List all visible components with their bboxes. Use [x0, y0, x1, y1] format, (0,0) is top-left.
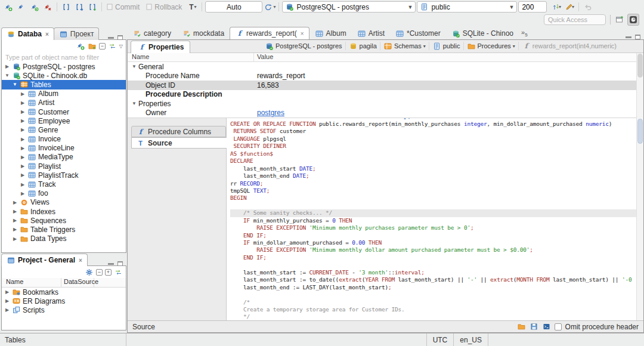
fetch-size-sync-button[interactable]: ▾	[550, 1, 562, 13]
tab-properties[interactable]: fProperties	[131, 41, 190, 53]
editor-page-tab-procedure-columns[interactable]: fProcedure Columns	[131, 126, 226, 137]
tree-item-scripts[interactable]: ▶Scripts	[2, 305, 126, 314]
schema-selector[interactable]: public▼	[417, 1, 517, 13]
expand-arrow-icon[interactable]: ▶	[20, 163, 26, 169]
expand-arrow-icon[interactable]: ▶	[12, 236, 18, 242]
scrollbar-thumb[interactable]	[637, 54, 643, 78]
property-row-properties[interactable]: ▼Properties	[128, 99, 636, 109]
result-set-size-input[interactable]	[518, 1, 547, 13]
expand-arrow-icon[interactable]: ▶	[20, 155, 26, 160]
tree-item-album[interactable]: ▶Album	[2, 89, 126, 98]
collapse-arrow-icon[interactable]: ▼	[4, 73, 10, 78]
expand-arrow-icon[interactable]: ▶	[12, 200, 18, 205]
minimize-icon[interactable]	[108, 263, 114, 265]
new-connection-plug-icon[interactable]	[76, 42, 85, 50]
expand-arrow-icon[interactable]: ▶	[12, 209, 18, 214]
tree-item-postgresql-postgres[interactable]: ▶PostgreSQL - postgres	[2, 62, 126, 71]
status-timezone[interactable]: UTC	[426, 333, 454, 346]
property-row-owner[interactable]: Ownerpostgres	[128, 109, 636, 118]
expand-arrow-icon[interactable]: ▶	[20, 182, 26, 187]
collapse-arrow-icon[interactable]: ▼	[12, 82, 18, 87]
editor-tab-sqlite-chinoo[interactable]: SQLite - Chinoo	[446, 27, 519, 39]
column-name[interactable]: Name	[128, 53, 254, 61]
tree-item-employee[interactable]: ▶Employee	[2, 116, 126, 125]
tree-item-data-types[interactable]: ▶Data Types	[2, 234, 126, 243]
editor-tab-category[interactable]: category	[127, 27, 177, 39]
minimize-icon[interactable]	[626, 36, 631, 38]
undo-button[interactable]	[582, 1, 594, 13]
disconnect-plug-button[interactable]	[42, 1, 54, 13]
recent-sql-editor-button[interactable]	[73, 1, 85, 13]
expand-arrow-icon[interactable]: ▶	[20, 109, 26, 115]
collapse-all-icon[interactable]: −	[96, 269, 103, 276]
tree-item-playlisttrack[interactable]: ▶PlaylistTrack	[2, 171, 126, 180]
editor-tab-artist[interactable]: Artist	[352, 27, 390, 39]
properties-scrollbar[interactable]	[636, 53, 643, 118]
new-connection-plug-button[interactable]	[2, 1, 14, 13]
rollback-button[interactable]: Rollback	[144, 1, 182, 13]
source-editor[interactable]: ▲▼ CREATE OR REPLACE FUNCTION public.rew…	[227, 118, 636, 320]
editor-tab-rewards-report[interactable]: frewards_report(×	[230, 27, 309, 39]
collapse-arrow-icon[interactable]: ▼	[132, 101, 137, 106]
close-icon[interactable]: ×	[45, 31, 49, 38]
editor-tab-customer[interactable]: *Customer	[390, 27, 446, 39]
hidden-tabs-button[interactable]: »5	[519, 29, 530, 38]
property-row-procedure-description[interactable]: Procedure Description	[128, 90, 636, 100]
breadcrumb-item-procedures[interactable]: Procedures▾	[464, 42, 518, 50]
tab-database-navigator[interactable]: Databa×	[1, 27, 54, 40]
expand-arrow-icon[interactable]: ▶	[12, 218, 18, 223]
brush-button[interactable]: ▾	[564, 1, 575, 13]
object-filter-input[interactable]	[2, 52, 126, 62]
tree-item-sequences[interactable]: ▶Sequences	[2, 216, 126, 225]
expand-arrow-icon[interactable]: ▶	[20, 191, 26, 196]
tree-item-mediatype[interactable]: ▶MediaType	[2, 153, 126, 162]
new-folder-icon[interactable]	[88, 42, 97, 50]
link-with-editor-icon[interactable]	[108, 42, 117, 50]
omit-procedure-header-checkbox[interactable]	[555, 323, 562, 330]
property-row-object-id[interactable]: Object ID16,583	[128, 81, 636, 90]
expand-arrow-icon[interactable]: ▶	[4, 307, 10, 313]
breadcrumb-item-public[interactable]: public	[429, 42, 463, 50]
property-value[interactable]: 16,583	[254, 81, 636, 89]
tree-item-tables[interactable]: ▼Tables	[2, 80, 126, 89]
gear-icon[interactable]	[85, 268, 94, 276]
editor-page-tab-source[interactable]: TSource	[131, 137, 227, 149]
sql-editor-button[interactable]	[60, 1, 72, 13]
tree-item-invoiceline[interactable]: ▶InvoiceLine	[2, 144, 126, 153]
quick-access-input[interactable]	[544, 14, 606, 25]
save-to-file-icon[interactable]	[530, 323, 538, 331]
editor-tab-mockdata[interactable]: mockdata	[177, 27, 230, 39]
property-row-general[interactable]: ▼General	[128, 62, 636, 72]
tree-item-track[interactable]: ▶Track	[2, 180, 126, 189]
open-perspective-button[interactable]	[614, 14, 626, 26]
maximize-icon[interactable]	[117, 35, 123, 40]
expand-arrow-icon[interactable]: ▶	[20, 100, 26, 106]
expand-all-icon[interactable]: +	[105, 269, 112, 276]
connection-selector[interactable]: PostgreSQL - postgres▼	[282, 1, 416, 13]
collapse-all-icon[interactable]: −	[99, 43, 106, 50]
property-value[interactable]: postgres	[254, 109, 636, 117]
tree-item-invoice[interactable]: ▶Invoice	[2, 135, 126, 144]
source-scrollbar[interactable]	[636, 118, 643, 320]
tree-item-bookmarks[interactable]: ▶Bookmarks	[2, 288, 126, 296]
tree-item-genre[interactable]: ▶Genre	[2, 125, 126, 134]
column-name[interactable]: Name	[2, 278, 61, 287]
tree-item-artist[interactable]: ▶Artist	[2, 98, 126, 107]
scrollbar-thumb[interactable]	[637, 119, 643, 144]
expand-arrow-icon[interactable]: ▶	[4, 64, 10, 69]
breadcrumb-item-schemas[interactable]: Schemas▾	[380, 42, 429, 50]
tree-item-sqlite-chinook-db[interactable]: ▼SQLite - Chinook.db	[2, 71, 126, 80]
open-in-sql-console-icon[interactable]	[542, 323, 551, 331]
status-locale[interactable]: en_US	[453, 333, 488, 346]
tab-project-general[interactable]: Project - General×	[1, 254, 88, 266]
breadcrumb-item-postgresql-postgres[interactable]: PostgreSQL - postgres	[262, 42, 345, 50]
breadcrumb-item-pagila[interactable]: pagila	[346, 42, 380, 50]
tree-item-foo[interactable]: ▶foo	[2, 189, 126, 198]
expand-arrow-icon[interactable]: ▶	[12, 227, 18, 232]
transaction-log-button[interactable]: T▾	[187, 1, 199, 13]
editor-tab-album[interactable]: Album	[309, 27, 352, 39]
load-from-file-icon[interactable]	[517, 323, 526, 331]
expand-arrow-icon[interactable]: ▶	[20, 146, 26, 151]
property-row-procedure-name[interactable]: Procedure Namerewards_report	[128, 72, 636, 81]
minimize-icon[interactable]	[108, 37, 114, 39]
